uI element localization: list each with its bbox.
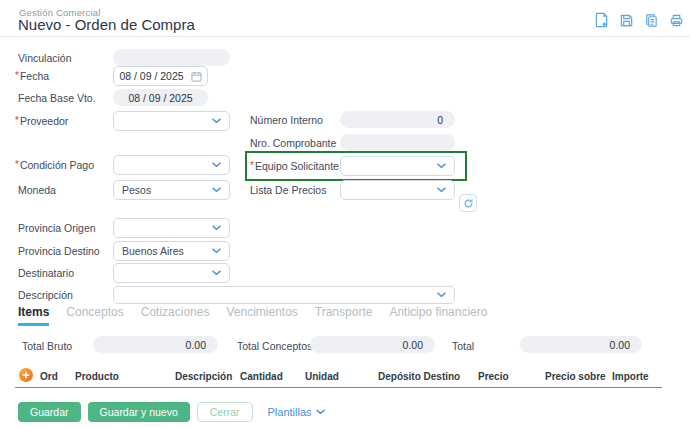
- tab-cotizaciones[interactable]: Cotizaciones: [141, 305, 210, 323]
- table-header-divider: [15, 387, 662, 388]
- total-conceptos-label: Total Conceptos: [237, 340, 312, 352]
- tab-vencimientos[interactable]: Vencimientos: [226, 305, 297, 323]
- total-field: 0.00: [520, 336, 642, 353]
- footer-actions: Guardar Guardar y nuevo Cerrar Plantilla…: [18, 402, 325, 422]
- chevron-down-icon: [437, 187, 446, 193]
- print-icon[interactable]: [668, 12, 684, 28]
- equipo-solicitante-label: *Equipo Solicitante: [250, 160, 339, 172]
- tab-conceptos[interactable]: Conceptos: [66, 305, 123, 323]
- chevron-down-icon: [316, 409, 325, 415]
- header-divider: [0, 36, 690, 37]
- col-header-precio-sobre: Precio sobre: [545, 371, 606, 382]
- total-label: Total: [452, 340, 474, 352]
- destinatario-select[interactable]: [113, 263, 230, 283]
- provincia-destino-label: Provincia Destino: [18, 245, 100, 257]
- fecha-date-input[interactable]: 08 / 09 / 2025: [113, 66, 208, 86]
- col-header-precio: Precio: [478, 371, 509, 382]
- proveedor-label: *Proveedor: [15, 115, 68, 127]
- tab-anticipo-financiero[interactable]: Anticipo financiero: [389, 305, 487, 323]
- proveedor-select[interactable]: [113, 111, 230, 131]
- chevron-down-icon: [437, 163, 446, 169]
- required-marker: *: [15, 70, 19, 81]
- total-bruto-label: Total Bruto: [22, 340, 72, 352]
- vinculacion-field: [113, 49, 230, 66]
- provincia-origen-select[interactable]: [113, 218, 230, 238]
- vinculacion-label: Vinculación: [18, 52, 72, 64]
- page-title: Nuevo - Orden de Compra: [18, 16, 195, 33]
- plus-icon: [22, 371, 30, 379]
- tab-transporte[interactable]: Transporte: [315, 305, 373, 323]
- copy-icon[interactable]: [643, 12, 659, 28]
- plantillas-link[interactable]: Plantillas: [268, 406, 325, 418]
- descripcion-label: Descripción: [18, 289, 73, 301]
- moneda-select[interactable]: Pesos: [113, 180, 230, 200]
- equipo-solicitante-select[interactable]: [340, 156, 455, 176]
- guardar-y-nuevo-button[interactable]: Guardar y nuevo: [88, 402, 190, 422]
- chevron-down-icon: [212, 225, 221, 231]
- col-header-ord: Ord: [40, 371, 58, 382]
- col-header-importe: Importe: [612, 371, 649, 382]
- nro-comprobante-label: Nro. Comprobante: [250, 137, 336, 149]
- chevron-down-icon: [212, 187, 221, 193]
- chevron-down-icon: [212, 270, 221, 276]
- fecha-value: 08 / 09 / 2025: [119, 70, 183, 82]
- lista-de-precios-label: Lista De Precios: [250, 184, 326, 196]
- descripcion-select[interactable]: [113, 286, 455, 304]
- col-header-unidad: Unidad: [305, 371, 339, 382]
- fecha-base-vto-field: 08 / 09 / 2025: [113, 89, 208, 106]
- lista-de-precios-select[interactable]: [340, 180, 455, 200]
- required-marker: *: [15, 159, 19, 170]
- chevron-down-icon: [212, 162, 221, 168]
- condicion-pago-label: *Condición Pago: [15, 159, 94, 171]
- col-header-cantidad: Cantidad: [240, 371, 283, 382]
- new-document-icon[interactable]: [593, 12, 609, 28]
- col-header-producto: Producto: [75, 371, 119, 382]
- calendar-icon: [191, 71, 202, 82]
- col-header-descripcion: Descripción: [175, 371, 232, 382]
- cerrar-button[interactable]: Cerrar: [197, 402, 253, 422]
- purchase-order-page: Gestión Comercial Nuevo - Orden de Compr…: [0, 0, 690, 428]
- fecha-base-vto-label: Fecha Base Vto.: [18, 92, 96, 104]
- detail-tabs: Items Conceptos Cotizaciones Vencimiento…: [18, 305, 487, 326]
- moneda-label: Moneda: [18, 184, 56, 196]
- chevron-down-icon: [437, 292, 446, 298]
- col-header-deposito-destino: Depósito Destino: [378, 371, 460, 382]
- condicion-pago-select[interactable]: [113, 155, 230, 175]
- chevron-down-icon: [212, 248, 221, 254]
- guardar-button[interactable]: Guardar: [18, 402, 81, 422]
- nro-comprobante-field: [340, 134, 455, 151]
- header-actions: [593, 12, 684, 28]
- total-bruto-field: 0.00: [93, 336, 218, 353]
- fecha-label: *Fecha: [15, 70, 49, 82]
- refresh-button[interactable]: [459, 194, 477, 212]
- add-item-button[interactable]: [19, 368, 33, 382]
- total-conceptos-field: 0.00: [310, 336, 435, 353]
- provincia-destino-select[interactable]: Buenos Aires: [113, 241, 230, 261]
- required-marker: *: [15, 115, 19, 126]
- tab-items[interactable]: Items: [18, 305, 49, 326]
- required-marker: *: [250, 160, 254, 171]
- numero-interno-field: 0: [340, 111, 455, 128]
- save-icon[interactable]: [618, 12, 634, 28]
- refresh-icon: [463, 198, 474, 209]
- chevron-down-icon: [212, 118, 221, 124]
- numero-interno-label: Número Interno: [250, 114, 323, 126]
- provincia-origen-label: Provincia Origen: [18, 222, 96, 234]
- destinatario-label: Destinatario: [18, 267, 74, 279]
